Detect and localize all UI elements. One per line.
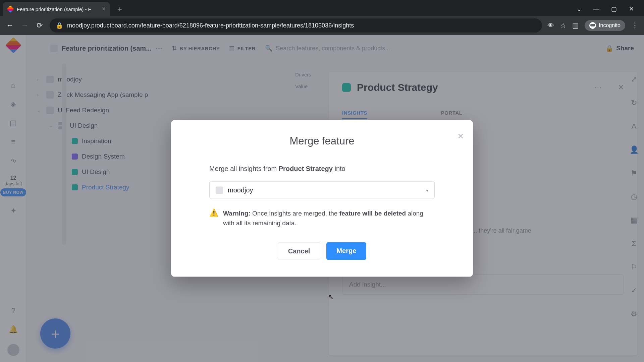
modal-title: Merge feature xyxy=(189,135,455,147)
lock-icon: 🔒 xyxy=(56,22,63,29)
select-value: moodjoy xyxy=(228,186,253,194)
chevron-down-icon[interactable]: ⌄ xyxy=(575,5,583,13)
source-feature-name: Product Strategy xyxy=(279,165,333,172)
url-field[interactable]: 🔒 moodjoy.productboard.com/feature-board… xyxy=(50,18,542,33)
address-bar: ← → ⟳ 🔒 moodjoy.productboard.com/feature… xyxy=(0,16,644,35)
window-close-button[interactable]: ✕ xyxy=(627,5,635,13)
close-icon[interactable]: × xyxy=(102,6,105,12)
browser-tab[interactable]: Feature prioritization (sample) - F × xyxy=(3,2,110,16)
back-button[interactable]: ← xyxy=(5,21,15,30)
close-icon[interactable]: × xyxy=(458,130,464,142)
incognito-icon xyxy=(589,22,596,29)
warning-icon: ⚠️ xyxy=(209,208,218,217)
reload-button[interactable]: ⟳ xyxy=(35,21,44,30)
extensions-icon[interactable]: ▥ xyxy=(572,21,579,29)
merge-feature-modal: Merge feature × Merge all insights from … xyxy=(171,120,473,277)
merge-button[interactable]: Merge xyxy=(326,242,366,260)
tab-strip: Feature prioritization (sample) - F × ＋ … xyxy=(0,0,644,16)
tab-title: Feature prioritization (sample) - F xyxy=(17,6,98,12)
chevron-down-icon: ▾ xyxy=(426,187,428,193)
maximize-button[interactable]: ▢ xyxy=(610,5,618,13)
folder-icon xyxy=(216,186,223,194)
window-controls: ⌄ — ▢ ✕ xyxy=(575,5,641,13)
warning-row: ⚠️ Warning: Once insights are merged, th… xyxy=(209,208,435,228)
modal-description: Merge all insights from Product Strategy… xyxy=(209,163,435,174)
forward-button[interactable]: → xyxy=(20,21,30,30)
new-tab-button[interactable]: ＋ xyxy=(113,3,127,15)
browser-menu-button[interactable]: ⋮ xyxy=(631,21,639,30)
minimize-button[interactable]: — xyxy=(592,5,600,13)
incognito-label: Incognito xyxy=(599,22,621,28)
bookmark-icon[interactable]: ☆ xyxy=(560,21,566,29)
warning-label: Warning: xyxy=(223,210,251,217)
favicon-icon xyxy=(7,5,14,13)
url-text: moodjoy.productboard.com/feature-board/6… xyxy=(67,22,536,29)
incognito-badge: Incognito xyxy=(585,20,625,31)
app-viewport: ⌂ ◈ ▤ ≡ ∿ 12 days left BUY NOW ✦ ? 🔔 Fea… xyxy=(0,35,644,362)
warning-bold: feature will be deleted xyxy=(339,210,406,217)
browser-chrome: Feature prioritization (sample) - F × ＋ … xyxy=(0,0,644,35)
cancel-button[interactable]: Cancel xyxy=(278,242,321,260)
target-select[interactable]: moodjoy ▾ xyxy=(209,181,435,199)
eye-off-icon[interactable]: 👁 xyxy=(547,22,554,29)
